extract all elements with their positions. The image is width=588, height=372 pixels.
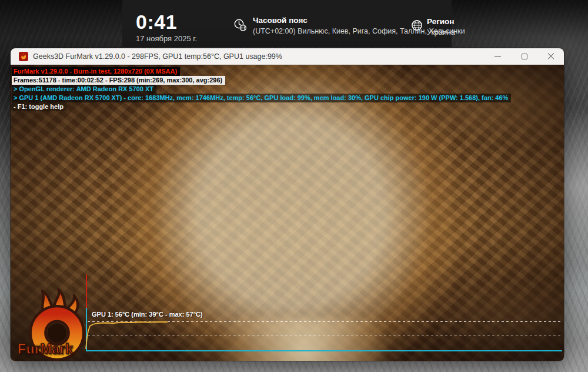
datetime-info-bar: 0:41 17 ноября 2025 г. Часовой пояс (UTC… — [122, 0, 452, 47]
region-title: Регион — [427, 17, 455, 26]
region-value: Украина — [427, 28, 455, 36]
gpu-temp-curve — [85, 312, 196, 354]
clock-globe-icon — [233, 18, 247, 32]
globe-icon — [410, 19, 423, 32]
desktop-wallpaper: 0:41 17 ноября 2025 г. Часовой пояс (UTC… — [0, 0, 588, 372]
window-title: Geeks3D FurMark v1.29.0.0 - 298FPS, GPU1… — [33, 52, 282, 61]
osd-renderer-line: > OpenGL renderer: AMD Radeon RX 5700 XT — [12, 85, 156, 94]
furmark-app-icon — [19, 52, 28, 61]
window-controls — [485, 48, 564, 64]
render-canvas: FurMark v1.29.0.0 - Burn-in test, 1280x7… — [11, 65, 564, 361]
osd-gpu-line: > GPU 1 (AMD Radeon RX 5700 XT) - core: … — [12, 94, 511, 102]
region-section: Регион Украина — [427, 17, 455, 36]
titlebar[interactable]: Geeks3D FurMark v1.29.0.0 - 298FPS, GPU1… — [11, 48, 564, 65]
osd-burnin-line: FurMark v1.29.0.0 - Burn-in test, 1280x7… — [12, 67, 180, 76]
clock-date: 17 ноября 2025 г. — [136, 34, 197, 43]
maximize-icon — [522, 54, 527, 59]
furmark-window: Geeks3D FurMark v1.29.0.0 - 298FPS, GPU1… — [11, 48, 564, 361]
osd-help-line: - F1: toggle help — [12, 102, 66, 111]
close-button[interactable] — [537, 48, 564, 64]
furmark-logo-text: FurMark — [18, 341, 73, 357]
minimize-icon — [495, 56, 501, 57]
fur-eye-tail — [222, 318, 387, 361]
osd-overlay: FurMark v1.29.0.0 - Burn-in test, 1280x7… — [12, 67, 511, 111]
maximize-button[interactable] — [511, 48, 537, 64]
minimize-button[interactable] — [485, 48, 511, 64]
close-icon — [547, 53, 554, 60]
clock-time: 0:41 — [136, 11, 177, 34]
gpu-temp-label: GPU 1: 56°C (min: 39°C - max: 57°C) — [92, 311, 203, 318]
osd-frames-line: Frames:51178 - time:00:02:52 - FPS:298 (… — [12, 76, 225, 85]
